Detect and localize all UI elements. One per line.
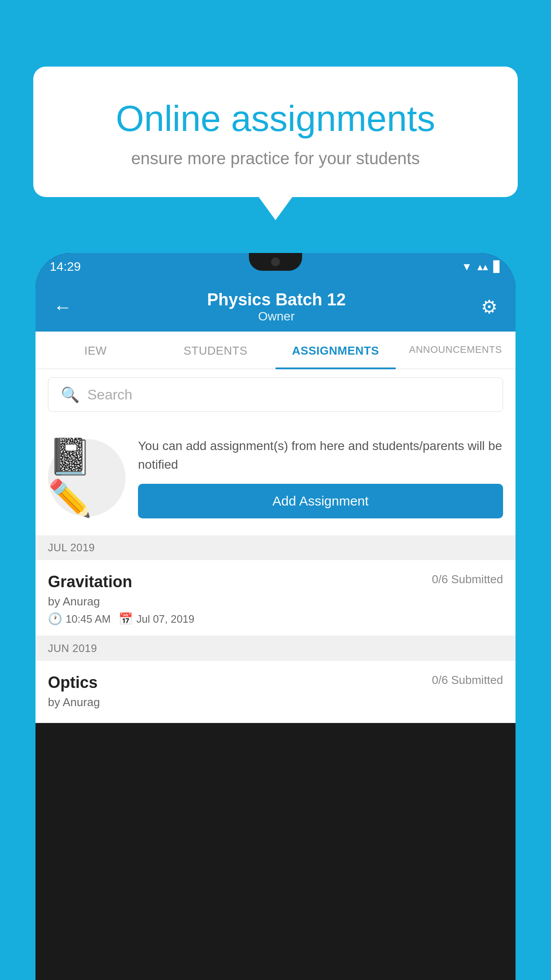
speech-bubble-heading: Online assignments <box>69 98 482 139</box>
calendar-icon: 📅 <box>118 612 133 626</box>
phone-notch <box>249 253 302 271</box>
status-time: 14:29 <box>50 260 81 274</box>
tab-announcements[interactable]: ANNOUNCEMENTS <box>396 332 516 368</box>
promo-section: 📓✏️ You can add assignment(s) from here … <box>35 420 516 535</box>
submitted-badge: 0/6 Submitted <box>432 573 503 586</box>
speech-bubble-card: Online assignments ensure more practice … <box>33 67 518 197</box>
assignment-item-optics[interactable]: Optics 0/6 Submitted by Anurag <box>35 661 516 723</box>
tab-students[interactable]: STUDENTS <box>156 332 276 368</box>
month-separator-jun: JUN 2019 <box>35 636 516 661</box>
signal-icon: ▴▴ <box>477 261 488 273</box>
back-arrow-icon[interactable]: ← <box>53 296 72 318</box>
optics-assignment-title: Optics <box>48 673 98 692</box>
phone-mockup: 14:29 ▼ ▴▴ ▊ ← Physics Batch 12 Owner ⚙ … <box>35 253 516 980</box>
app-header: ← Physics Batch 12 Owner ⚙ <box>35 281 516 332</box>
promo-icon-circle: 📓✏️ <box>48 439 126 517</box>
status-icons: ▼ ▴▴ ▊ <box>461 261 501 273</box>
assignment-date: Jul 07, 2019 <box>136 613 194 625</box>
header-title-area: Physics Batch 12 Owner <box>72 290 481 324</box>
search-placeholder: Search <box>87 387 132 403</box>
time-info: 🕐 10:45 AM <box>48 612 110 626</box>
tab-assignments[interactable]: ASSIGNMENTS <box>276 332 396 369</box>
assignment-title: Gravitation <box>48 573 132 591</box>
speech-bubble-subtext: ensure more practice for your students <box>69 149 482 168</box>
optics-assignment-top: Optics 0/6 Submitted <box>48 673 503 692</box>
promo-content: You can add assignment(s) from here and … <box>138 437 503 518</box>
notebook-icon: 📓✏️ <box>48 436 126 519</box>
search-icon: 🔍 <box>61 386 79 403</box>
status-bar: 14:29 ▼ ▴▴ ▊ <box>35 253 516 281</box>
tab-iew[interactable]: IEW <box>35 332 156 368</box>
assignment-author: by Anurag <box>48 595 503 609</box>
batch-name: Physics Batch 12 <box>72 290 481 309</box>
month-separator-jul: JUL 2019 <box>35 535 516 560</box>
battery-icon: ▊ <box>493 261 501 273</box>
date-info: 📅 Jul 07, 2019 <box>118 612 194 626</box>
tabs-bar: IEW STUDENTS ASSIGNMENTS ANNOUNCEMENTS <box>35 332 516 369</box>
promo-description: You can add assignment(s) from here and … <box>138 437 503 474</box>
speech-bubble-section: Online assignments ensure more practice … <box>33 67 518 197</box>
assignment-top: Gravitation 0/6 Submitted <box>48 573 503 591</box>
assignment-time-date: 🕐 10:45 AM 📅 Jul 07, 2019 <box>48 612 503 626</box>
add-assignment-button[interactable]: Add Assignment <box>138 484 503 518</box>
notch-camera <box>271 257 280 266</box>
search-bar[interactable]: 🔍 Search <box>48 377 503 412</box>
optics-assignment-author: by Anurag <box>48 695 503 709</box>
clock-icon: 🕐 <box>48 612 62 626</box>
assignment-item-gravitation[interactable]: Gravitation 0/6 Submitted by Anurag 🕐 10… <box>35 560 516 636</box>
wifi-icon: ▼ <box>461 261 472 273</box>
search-bar-container: 🔍 Search <box>35 369 516 420</box>
assignment-time: 10:45 AM <box>66 613 110 625</box>
optics-submitted-badge: 0/6 Submitted <box>432 673 503 687</box>
owner-label: Owner <box>72 309 481 324</box>
settings-icon[interactable]: ⚙ <box>481 296 498 318</box>
phone-screen: 🔍 Search 📓✏️ You can add assignment(s) f… <box>35 369 516 723</box>
